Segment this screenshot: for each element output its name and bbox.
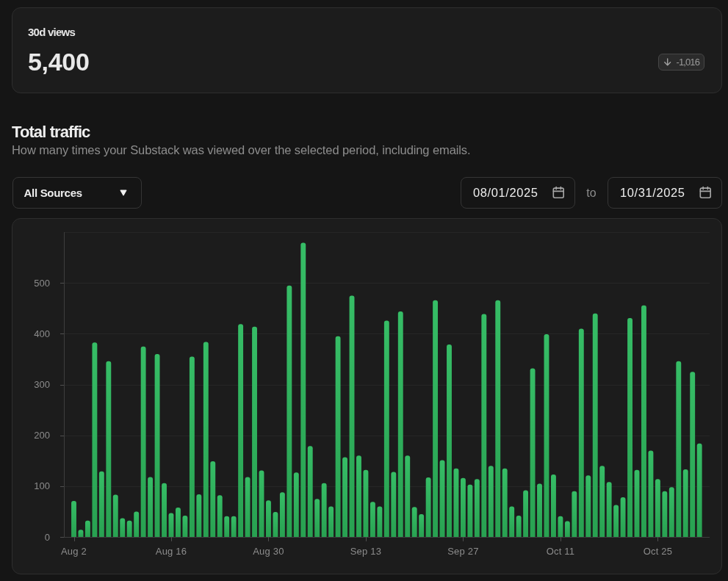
- bar-sep-9[interactable]: [336, 336, 341, 537]
- bar-aug-16[interactable]: [169, 513, 174, 537]
- bar-sep-30[interactable]: [481, 314, 486, 537]
- source-filter-dropdown[interactable]: All Sources: [12, 177, 142, 209]
- bar-sep-16[interactable]: [384, 320, 389, 537]
- bar-aug-28[interactable]: [252, 327, 257, 537]
- calendar-icon: [699, 186, 713, 200]
- bar-aug-22[interactable]: [210, 461, 215, 537]
- bar-oct-7[interactable]: [530, 368, 536, 537]
- bar-oct-14[interactable]: [579, 328, 584, 537]
- bar-sep-7[interactable]: [322, 483, 327, 537]
- bar-sep-8[interactable]: [328, 507, 334, 537]
- bar-oct-21[interactable]: [627, 318, 633, 537]
- chevron-down-icon: [120, 190, 127, 196]
- bar-oct-25[interactable]: [655, 479, 660, 537]
- bar-sep-20[interactable]: [412, 507, 417, 537]
- bar-oct-2[interactable]: [495, 300, 500, 537]
- bar-oct-10[interactable]: [551, 474, 556, 537]
- bar-oct-19[interactable]: [613, 505, 619, 537]
- bar-aug-29[interactable]: [259, 470, 264, 537]
- bar-aug-31[interactable]: [273, 512, 278, 537]
- bar-aug-19[interactable]: [190, 357, 195, 537]
- bar-oct-20[interactable]: [621, 497, 626, 537]
- bar-sep-26[interactable]: [454, 469, 459, 537]
- bar-oct-30[interactable]: [690, 372, 695, 537]
- bar-sep-21[interactable]: [419, 514, 424, 537]
- bar-aug-25[interactable]: [231, 516, 237, 537]
- bar-aug-27[interactable]: [245, 477, 251, 537]
- bar-sep-12[interactable]: [356, 455, 361, 537]
- bar-sep-18[interactable]: [398, 311, 403, 537]
- bar-oct-13[interactable]: [572, 491, 577, 537]
- bar-sep-4[interactable]: [300, 243, 306, 537]
- bar-sep-29[interactable]: [475, 479, 480, 537]
- bar-oct-29[interactable]: [683, 469, 688, 537]
- bar-aug-5[interactable]: [92, 342, 97, 537]
- bar-sep-19[interactable]: [405, 455, 410, 537]
- bar-sep-25[interactable]: [447, 344, 452, 537]
- bar-oct-8[interactable]: [537, 483, 542, 537]
- bar-sep-1[interactable]: [280, 492, 285, 537]
- bar-sep-24[interactable]: [440, 461, 445, 537]
- bar-sep-15[interactable]: [377, 507, 382, 537]
- bar-oct-24[interactable]: [648, 450, 653, 537]
- bar-aug-4[interactable]: [85, 521, 90, 537]
- bar-aug-9[interactable]: [120, 518, 125, 537]
- bar-oct-9[interactable]: [544, 334, 549, 537]
- bar-oct-4[interactable]: [509, 507, 514, 537]
- bar-oct-12[interactable]: [565, 522, 570, 537]
- bar-oct-28[interactable]: [676, 361, 681, 537]
- bar-oct-27[interactable]: [669, 487, 674, 537]
- date-to-input[interactable]: 10/31/2025: [608, 177, 722, 209]
- x-axis-label-sep-27: Sep 27: [447, 546, 478, 557]
- bar-oct-3[interactable]: [502, 469, 508, 537]
- bar-sep-13[interactable]: [363, 470, 368, 537]
- bar-sep-6[interactable]: [314, 499, 320, 537]
- bar-oct-22[interactable]: [635, 470, 640, 537]
- bar-sep-5[interactable]: [308, 446, 313, 537]
- y-axis-label-0: 0: [45, 532, 50, 543]
- bar-sep-3[interactable]: [294, 472, 299, 537]
- bar-aug-15[interactable]: [162, 483, 167, 537]
- traffic-bar-chart[interactable]: 0100200300400500Aug 2Aug 16Aug 30Sep 13S…: [12, 219, 720, 574]
- bar-sep-23[interactable]: [433, 300, 438, 537]
- bar-oct-31[interactable]: [697, 444, 702, 537]
- bar-aug-20[interactable]: [196, 494, 201, 537]
- bar-aug-24[interactable]: [224, 516, 229, 537]
- bar-sep-2[interactable]: [286, 286, 292, 537]
- bar-aug-30[interactable]: [266, 500, 271, 537]
- bar-sep-14[interactable]: [370, 502, 375, 537]
- bar-oct-16[interactable]: [593, 314, 598, 537]
- bar-oct-5[interactable]: [516, 516, 522, 537]
- bar-aug-26[interactable]: [238, 324, 243, 537]
- date-from-input[interactable]: 08/01/2025: [461, 177, 575, 209]
- bar-aug-21[interactable]: [203, 342, 209, 537]
- bar-oct-1[interactable]: [489, 466, 494, 537]
- bar-aug-8[interactable]: [113, 495, 118, 537]
- bar-aug-2[interactable]: [71, 501, 76, 537]
- bar-aug-14[interactable]: [155, 354, 160, 537]
- bar-aug-7[interactable]: [106, 361, 111, 537]
- bar-sep-17[interactable]: [391, 472, 396, 537]
- bar-aug-23[interactable]: [217, 495, 223, 537]
- y-axis-label-100: 100: [34, 480, 50, 491]
- bar-aug-3[interactable]: [79, 530, 84, 537]
- bar-oct-11[interactable]: [558, 516, 563, 537]
- bar-aug-13[interactable]: [148, 477, 153, 537]
- bar-aug-6[interactable]: [99, 472, 104, 537]
- bar-sep-22[interactable]: [426, 477, 431, 537]
- bar-aug-11[interactable]: [134, 511, 139, 537]
- bar-sep-28[interactable]: [467, 485, 472, 537]
- bar-aug-18[interactable]: [182, 516, 187, 537]
- bar-oct-18[interactable]: [607, 482, 612, 537]
- bar-oct-26[interactable]: [662, 491, 667, 537]
- bar-sep-10[interactable]: [342, 457, 347, 537]
- bar-oct-17[interactable]: [599, 466, 605, 537]
- bar-oct-23[interactable]: [641, 306, 646, 537]
- bar-oct-6[interactable]: [523, 490, 528, 537]
- bar-oct-15[interactable]: [585, 475, 591, 537]
- bar-aug-10[interactable]: [127, 521, 132, 537]
- bar-aug-12[interactable]: [141, 347, 146, 537]
- bar-sep-11[interactable]: [350, 296, 355, 537]
- bar-aug-17[interactable]: [176, 508, 181, 537]
- bar-sep-27[interactable]: [461, 478, 466, 537]
